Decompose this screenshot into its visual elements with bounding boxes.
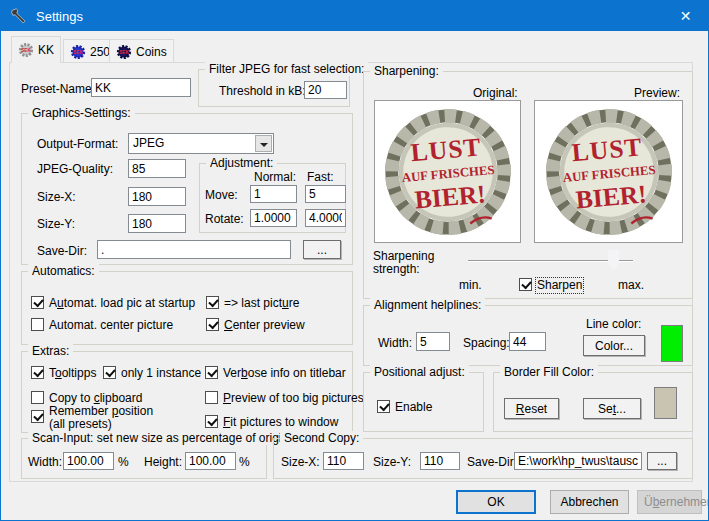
border-fill-set-button[interactable]: Set...: [583, 398, 641, 419]
svg-text:BIER!: BIER!: [574, 179, 647, 214]
svg-text:SEK: SEK: [21, 48, 31, 53]
helpline-width-label: Width:: [378, 337, 412, 350]
scan-height-label: Height:: [144, 456, 182, 469]
checkbox-only-1-instance[interactable]: [103, 366, 116, 379]
helpline-width-input[interactable]: [416, 332, 450, 351]
move-normal-input[interactable]: [250, 185, 297, 203]
checkbox-remember-position-label[interactable]: Remember position(all presets): [49, 405, 153, 431]
jpeg-quality-label: JPEG-Quality:: [37, 163, 113, 176]
slider-max-label: max.: [618, 279, 644, 292]
scan-width-unit: %: [118, 456, 129, 469]
adjustment-col-normal: Normal:: [254, 171, 296, 184]
checkbox-load-pic-startup-label[interactable]: Automat. load pic at startup: [49, 297, 195, 310]
checkbox-center-picture[interactable]: [31, 318, 44, 331]
checkbox-last-picture[interactable]: [206, 296, 219, 309]
output-format-combobox[interactable]: JPEG: [128, 133, 274, 154]
sharpening-strength-label: Sharpening strength:: [373, 250, 434, 276]
bottlecap-gray-icon: SEK: [18, 42, 34, 58]
tab-label: 250: [90, 45, 110, 59]
alignment-group-title: Alignment helplines:: [370, 298, 485, 312]
bottlecap-preview-image: LUST AUF FRISCHES BIER!: [540, 103, 678, 241]
filter-jpeg-group-title: Filter JPEG for fast selection:: [205, 62, 368, 76]
original-image: LUST AUF FRISCHES BIER!: [374, 100, 521, 243]
scan-width-input[interactable]: [63, 452, 114, 470]
preset-name-input[interactable]: [91, 78, 191, 97]
checkbox-load-pic-startup[interactable]: [31, 296, 44, 309]
rotate-fast-input[interactable]: [305, 209, 346, 227]
scan-height-input[interactable]: [185, 452, 236, 470]
tab-label: KK: [38, 43, 54, 57]
bottlecap-original-image: LUST AUF FRISCHES BIER!: [379, 103, 517, 241]
preview-label: Preview:: [634, 87, 680, 100]
line-color-label: Line color:: [586, 318, 641, 331]
automatics-group-title: Automatics:: [28, 264, 99, 278]
preset-name-label: Preset-Name:: [21, 83, 95, 96]
checkbox-verbose-titlebar-label[interactable]: Verbose info on titlebar: [223, 367, 346, 380]
cancel-button[interactable]: Abbrechen: [550, 490, 629, 514]
checkbox-positional-enable[interactable]: [377, 400, 390, 413]
chevron-down-icon: [260, 143, 268, 147]
original-label: Original:: [473, 87, 518, 100]
bottlecap-navy-icon: SEK: [116, 44, 132, 60]
rotate-normal-input[interactable]: [250, 209, 297, 227]
graphics-settings-title: Graphics-Settings:: [28, 106, 135, 120]
second-copy-browse-button[interactable]: ...: [647, 452, 677, 470]
checkbox-remember-position[interactable]: [31, 410, 44, 423]
scan-height-unit: %: [239, 456, 250, 469]
svg-text:BIER!: BIER!: [413, 179, 486, 214]
jpeg-quality-input[interactable]: [128, 159, 186, 178]
border-fill-color-title: Border Fill Color:: [500, 365, 598, 379]
tab-kk[interactable]: SEK KK: [11, 36, 61, 63]
rotate-label: Rotate:: [205, 213, 244, 226]
checkbox-center-preview-label[interactable]: Center preview: [224, 319, 305, 332]
size-x-label: Size-X:: [37, 191, 76, 204]
threshold-input[interactable]: [304, 81, 347, 99]
ok-button[interactable]: OK: [456, 490, 536, 514]
helpline-spacing-label: Spacing:: [463, 337, 510, 350]
line-color-swatch: [661, 325, 683, 362]
checkbox-positional-enable-label[interactable]: Enable: [395, 401, 432, 414]
second-copy-size-x-input[interactable]: [323, 452, 364, 470]
checkbox-sharpen-label[interactable]: Sharpen: [537, 279, 582, 292]
second-copy-size-y-input[interactable]: [420, 452, 460, 470]
save-dir-browse-button[interactable]: ...: [303, 240, 341, 259]
checkbox-tooltipps[interactable]: [31, 366, 44, 379]
tab-coins[interactable]: SEK Coins: [109, 39, 174, 63]
close-button[interactable]: ✕: [663, 1, 708, 31]
scan-width-label: Width:: [28, 456, 62, 469]
window-title: Settings: [36, 9, 83, 24]
bottlecap-blue-icon: SEK: [70, 44, 86, 60]
svg-text:LUST: LUST: [409, 132, 482, 167]
svg-text:SEK: SEK: [119, 50, 129, 55]
output-format-value: JPEG: [133, 136, 164, 150]
checkbox-verbose-titlebar[interactable]: [205, 366, 218, 379]
checkbox-sharpen[interactable]: [519, 278, 532, 291]
apply-button: Übernehmen: [637, 490, 702, 514]
size-x-input[interactable]: [128, 187, 186, 206]
checkbox-center-preview[interactable]: [206, 318, 219, 331]
helpline-spacing-input[interactable]: [509, 332, 546, 351]
combo-dropdown-button[interactable]: [255, 135, 272, 152]
preview-image: LUST AUF FRISCHES BIER!: [534, 100, 683, 243]
size-y-input[interactable]: [128, 214, 186, 233]
checkbox-tooltipps-label[interactable]: Tooltipps: [49, 367, 96, 380]
scan-input-group-title: Scan-Input: set new size as percentage o…: [28, 431, 305, 445]
sharpening-group-title: Sharpening:: [370, 64, 443, 78]
svg-text:LUST: LUST: [570, 132, 643, 167]
line-color-button[interactable]: Color...: [583, 335, 645, 356]
save-dir-input[interactable]: [97, 240, 291, 259]
checkbox-preview-too-big[interactable]: [205, 391, 218, 404]
title-bar: Settings ✕: [1, 1, 708, 31]
checkbox-fit-to-window-label[interactable]: Fit pictures to window: [223, 416, 338, 429]
checkbox-preview-too-big-label[interactable]: Preview of too big pictures: [223, 392, 364, 405]
border-fill-color-swatch: [654, 387, 677, 419]
checkbox-fit-to-window[interactable]: [205, 415, 218, 428]
second-copy-save-dir-input[interactable]: [514, 452, 642, 470]
checkbox-center-picture-label[interactable]: Automat. center picture: [49, 319, 173, 332]
second-copy-size-y-label: Size-Y:: [373, 456, 411, 469]
checkbox-only-1-instance-label[interactable]: only 1 instance: [121, 367, 201, 380]
checkbox-last-picture-label[interactable]: => last picture: [224, 297, 299, 310]
checkbox-copy-clipboard[interactable]: [31, 391, 44, 404]
border-fill-reset-button[interactable]: Reset: [504, 398, 559, 419]
move-fast-input[interactable]: [305, 185, 346, 203]
